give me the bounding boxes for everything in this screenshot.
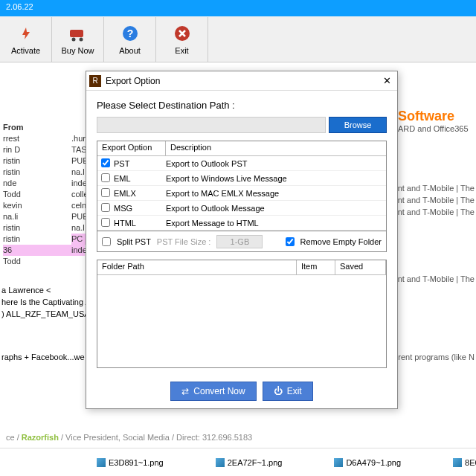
option-checkbox[interactable]	[101, 158, 110, 167]
option-name: MSG	[114, 204, 166, 213]
dialog-exit-button[interactable]: ⏻ Exit	[263, 382, 313, 401]
dialog-title: Export Option	[106, 76, 160, 86]
activate-button[interactable]: Activate	[0, 17, 52, 62]
svg-text:?: ?	[126, 28, 133, 39]
filesize-label: PST File Size :	[157, 237, 211, 246]
close-icon[interactable]: ✕	[379, 75, 394, 86]
bg-text: ) ALL_RZF_TEAM_USA<	[1, 309, 94, 318]
buynow-button[interactable]: Buy Now	[52, 17, 104, 62]
power-icon: ⏻	[274, 386, 283, 396]
header-description: Description	[166, 141, 386, 155]
export-options-table: Export Option Description PSTExport to O…	[97, 141, 387, 231]
breadcrumb: ce / Razorfish / Vice President, Social …	[0, 430, 258, 445]
about-button[interactable]: ? About	[104, 17, 156, 62]
svg-rect-0	[70, 30, 83, 37]
header-saved: Saved	[335, 260, 386, 274]
export-option-dialog: R Export Option ✕ Please Select Destinat…	[86, 71, 398, 409]
list-row[interactable]: Todd	[3, 256, 85, 267]
taskbar-file[interactable]: E3D891~1.png	[97, 458, 164, 467]
file-icon	[334, 458, 343, 467]
software-label: Software	[398, 109, 476, 124]
export-option-row[interactable]: PSTExport to Outlook PST	[97, 156, 386, 171]
svg-point-2	[79, 37, 83, 41]
header-item: Item	[297, 260, 335, 274]
exit-icon	[173, 24, 192, 43]
file-icon	[97, 458, 106, 467]
option-checkbox[interactable]	[101, 173, 110, 182]
header-folder-path: Folder Path	[97, 260, 297, 274]
filesize-select[interactable]: 1-GB	[216, 235, 263, 248]
remove-empty-label: Remove Empty Folder	[300, 237, 382, 246]
file-icon	[216, 458, 225, 467]
taskbar-file[interactable]: D6A479~1.png	[334, 458, 401, 467]
split-pst-checkbox[interactable]	[102, 237, 111, 246]
convert-icon: ⇄	[181, 386, 189, 396]
option-name: EML	[114, 174, 166, 183]
taskbar-file[interactable]: 2EA72F~1.png	[216, 458, 283, 467]
option-checkbox[interactable]	[101, 218, 110, 227]
bg-text: a Lawrence <	[1, 286, 51, 295]
titlebar: 2.06.22	[0, 0, 476, 16]
destination-input[interactable]	[97, 117, 326, 133]
export-option-row[interactable]: MSGExport to Outlook Message	[97, 201, 386, 216]
exit-button[interactable]: Exit	[156, 17, 208, 62]
option-checkbox[interactable]	[101, 188, 110, 197]
option-desc: Export to MAC EMLX Message	[166, 189, 386, 198]
remove-empty-checkbox[interactable]	[286, 237, 295, 246]
option-name: PST	[114, 159, 166, 168]
split-pst-label: Split PST	[117, 237, 151, 246]
cart-icon	[68, 24, 88, 43]
export-option-row[interactable]: EMLExport to Windows Live Message	[97, 171, 386, 186]
header-export-option: Export Option	[97, 141, 166, 155]
split-row: Split PST PST File Size : 1-GB Remove Em…	[97, 231, 387, 252]
export-option-row[interactable]: EMLXExport to MAC EMLX Message	[97, 186, 386, 201]
option-desc: Export to Outlook PST	[166, 159, 386, 168]
help-icon: ?	[120, 24, 140, 43]
browse-button[interactable]: Browse	[329, 117, 387, 133]
taskbar: E3D891~1.png2EA72F~1.pngD6A479~1.png8E61…	[0, 448, 476, 476]
destination-label: Please Select Destination Path :	[97, 100, 387, 111]
right-pane: Software ARD and Office365	[398, 109, 476, 133]
bg-text: raphs + Facebook...we	[1, 353, 85, 361]
taskbar-file[interactable]: 8E61C6~1.png	[453, 458, 476, 467]
export-option-row[interactable]: HTMLExport Message to HTML	[97, 216, 386, 231]
option-name: HTML	[114, 219, 166, 228]
dialog-titlebar[interactable]: R Export Option ✕	[86, 71, 397, 91]
folder-table: Folder Path Item Saved	[97, 260, 387, 368]
option-name: EMLX	[114, 189, 166, 198]
app-icon: R	[89, 75, 101, 87]
convert-now-button[interactable]: ⇄ Convert Now	[170, 382, 256, 401]
svg-point-1	[71, 37, 75, 41]
option-desc: Export to Windows Live Message	[166, 174, 386, 183]
option-checkbox[interactable]	[101, 203, 110, 212]
main-toolbar: Activate Buy Now ? About Exit	[0, 16, 476, 62]
option-desc: Export to Outlook Message	[166, 204, 386, 213]
file-icon	[453, 458, 462, 467]
option-desc: Export Message to HTML	[166, 219, 386, 228]
bg-snippet: rent programs (like N	[398, 353, 475, 361]
activate-icon	[16, 24, 36, 43]
